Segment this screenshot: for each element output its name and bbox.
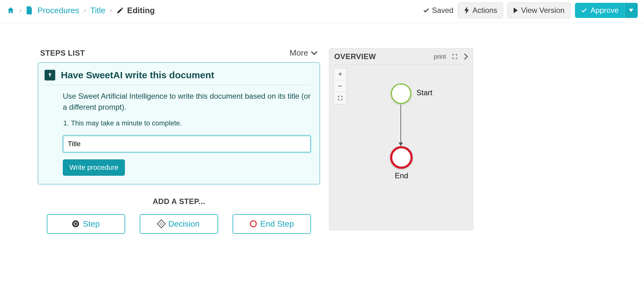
- breadcrumb-separator: ›: [110, 6, 112, 14]
- start-node[interactable]: [391, 83, 411, 104]
- breadcrumb-procedures[interactable]: Procedures: [37, 6, 79, 15]
- add-step-buttons: Step Decision End Step: [38, 214, 320, 234]
- overview-title: OVERVIEW: [334, 52, 376, 61]
- home-icon[interactable]: [6, 6, 15, 14]
- file-icon: [26, 6, 33, 14]
- decision-icon: [157, 219, 166, 228]
- ai-write-card: Have SweetAI write this document Use Swe…: [38, 62, 320, 185]
- breadcrumb-current: Editing: [116, 6, 155, 15]
- ai-title-input[interactable]: [63, 135, 311, 152]
- write-procedure-button[interactable]: Write procedure: [63, 159, 125, 176]
- steps-header-row: STEPS LIST More: [38, 48, 320, 62]
- expand-icon[interactable]: [452, 53, 458, 60]
- chevron-right-icon[interactable]: [464, 53, 468, 60]
- breadcrumb-separator: ›: [83, 6, 86, 14]
- end-node[interactable]: [390, 146, 413, 169]
- view-version-label: View Version: [521, 6, 564, 15]
- add-step-header: ADD A STEP...: [38, 197, 320, 206]
- main-content: STEPS LIST More Have SweetAI write this …: [0, 23, 644, 246]
- add-end-step-label: End Step: [260, 219, 294, 229]
- ai-card-note-1: This may take a minute to complete.: [71, 119, 311, 127]
- end-node-label: End: [395, 171, 408, 180]
- breadcrumb: › Procedures › Title › Editing: [6, 6, 155, 15]
- saved-indicator: Saved: [423, 6, 453, 15]
- check-icon: [423, 7, 430, 14]
- caret-down-icon: [629, 9, 633, 12]
- ai-card-notes: This may take a minute to complete.: [71, 119, 311, 127]
- add-step-label: Step: [83, 219, 100, 229]
- ai-card-header: Have SweetAI write this document: [45, 70, 311, 85]
- chevron-down-icon: [311, 51, 318, 55]
- breadcrumb-editing-label: Editing: [127, 6, 155, 15]
- lightning-icon: [464, 7, 470, 14]
- add-decision-label: Decision: [168, 219, 200, 229]
- approve-button[interactable]: Approve: [575, 3, 624, 18]
- approve-dropdown-toggle[interactable]: [624, 3, 638, 18]
- add-step-button[interactable]: Step: [47, 214, 125, 234]
- flow-arrow: [400, 105, 401, 146]
- overview-tools: print: [434, 53, 468, 60]
- top-actions: Saved Actions View Version Approve: [423, 3, 638, 18]
- play-icon: [513, 8, 518, 13]
- overview-print[interactable]: print: [434, 53, 446, 60]
- ai-card-title: Have SweetAI write this document: [61, 70, 214, 80]
- overview-panel: OVERVIEW print + −: [329, 48, 473, 230]
- more-toggle[interactable]: More: [290, 48, 318, 58]
- step-icon: [72, 220, 79, 227]
- breadcrumb-separator: ›: [19, 6, 22, 14]
- flow-diagram[interactable]: Start End: [334, 64, 468, 209]
- add-end-step-button[interactable]: End Step: [233, 214, 311, 234]
- steps-list-title: STEPS LIST: [40, 49, 85, 58]
- upload-icon: [45, 70, 55, 80]
- more-label: More: [290, 48, 308, 58]
- overview-header: OVERVIEW print: [334, 52, 468, 64]
- breadcrumb-title[interactable]: Title: [90, 6, 105, 15]
- top-bar: › Procedures › Title › Editing Saved Act…: [0, 0, 644, 23]
- pencil-icon: [116, 7, 124, 14]
- saved-label: Saved: [432, 6, 453, 15]
- steps-column: STEPS LIST More Have SweetAI write this …: [38, 48, 320, 234]
- approve-label: Approve: [591, 6, 619, 15]
- actions-button[interactable]: Actions: [458, 3, 503, 18]
- overview-column: OVERVIEW print + −: [329, 48, 473, 230]
- start-node-label: Start: [416, 88, 432, 97]
- actions-label: Actions: [473, 6, 497, 15]
- ai-card-description: Use Sweet Artificial Intelligence to wri…: [63, 91, 311, 113]
- add-decision-button[interactable]: Decision: [140, 214, 218, 234]
- check-icon: [581, 7, 588, 14]
- approve-split-button: Approve: [575, 3, 638, 18]
- end-step-icon: [250, 220, 257, 227]
- view-version-button[interactable]: View Version: [507, 3, 570, 18]
- ai-card-body: Use Sweet Artificial Intelligence to wri…: [45, 85, 311, 176]
